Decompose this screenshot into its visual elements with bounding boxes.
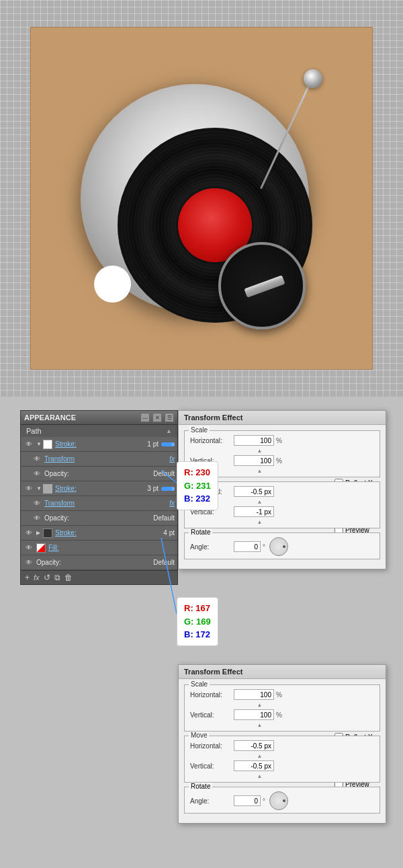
angle-label-2: Angle: xyxy=(190,797,234,805)
zoom-needle xyxy=(244,275,285,298)
angle-circle-1[interactable] xyxy=(269,537,288,556)
rotate-section-2: Rotate Angle: ° xyxy=(184,787,380,814)
transform-label-1: Transform xyxy=(44,455,167,463)
angle-unit-1: ° xyxy=(263,543,265,551)
clear-icon[interactable]: ↺ xyxy=(44,573,50,582)
move-v-input-1[interactable] xyxy=(234,506,274,517)
appearance-title: APPEARANCE xyxy=(24,413,76,422)
tonearm-pivot xyxy=(304,69,322,88)
eye-icon-3[interactable]: 👁 xyxy=(32,469,42,479)
stroke-slider-1[interactable] xyxy=(161,442,175,446)
transform-dialog-2: Transform Effect OK Cancel copies Reflec… xyxy=(178,664,386,824)
path-label: Path xyxy=(26,427,42,435)
triangle-3: ▶ xyxy=(36,530,43,536)
fill-swatch[interactable] xyxy=(36,543,46,553)
add-fx-icon[interactable]: fx xyxy=(34,574,40,582)
stroke-label-2: Stroke: xyxy=(55,485,144,492)
artwork-container xyxy=(30,27,373,370)
triangle-2: ▼ xyxy=(36,485,43,491)
scale-h-row-2: Horizontal: % xyxy=(190,689,329,700)
stroke-value-2: 3 pt xyxy=(147,485,159,492)
eye-icon-4[interactable]: 👁 xyxy=(24,483,34,494)
opacity-label-3: Opacity: xyxy=(36,559,150,566)
angle-row-1: Angle: ° xyxy=(190,537,374,556)
scale-v-input-2[interactable] xyxy=(234,709,274,720)
appearance-path-header: Path ▲ xyxy=(21,425,177,437)
canvas-area xyxy=(0,0,403,397)
eye-icon-5[interactable]: 👁 xyxy=(32,498,42,509)
angle-dot-1 xyxy=(283,545,285,548)
scale-link-icon-3: ▲ xyxy=(190,702,374,708)
color-bubble-1: R: 230 G: 231 B: 232 xyxy=(177,461,218,510)
scale-v-input-1[interactable] xyxy=(234,455,274,466)
fill-row: 👁 Fill: xyxy=(21,541,177,555)
scale-v-label-2: Vertical: xyxy=(190,711,234,719)
menu-button[interactable]: ☰ xyxy=(165,413,174,422)
stroke-label-1: Stroke: xyxy=(55,440,144,448)
stroke-link-3[interactable]: Stroke: xyxy=(55,529,77,537)
stroke-row-3: 👁 ▶ Stroke: 4 pt xyxy=(21,526,177,541)
move-link-3: ▲ xyxy=(190,753,374,759)
transform-dialog-body-2: OK Cancel copies Reflect X xyxy=(179,679,386,823)
eye-icon-9[interactable]: 👁 xyxy=(24,557,34,568)
eye-icon-6[interactable]: 👁 xyxy=(32,513,42,524)
fx-badge-1[interactable]: fx xyxy=(169,455,175,463)
close-button[interactable]: ✕ xyxy=(152,413,162,422)
color-g-2: G: 169 xyxy=(184,615,211,629)
angle-input-2[interactable] xyxy=(234,795,261,806)
scale-h-input-2[interactable] xyxy=(234,689,274,700)
fx-badge-2[interactable]: fx xyxy=(169,500,175,507)
fill-link[interactable]: Fill: xyxy=(48,544,59,551)
stroke-link-2[interactable]: Stroke: xyxy=(55,485,77,492)
scale-h-input-1[interactable] xyxy=(234,435,274,446)
opacity-value-1: Default xyxy=(153,470,175,477)
stroke-swatch-3[interactable] xyxy=(43,528,52,538)
color-r-1: R: 230 xyxy=(184,466,211,479)
eye-icon-2[interactable]: 👁 xyxy=(32,454,42,465)
opacity-row-3: 👁 Opacity: Default xyxy=(21,555,177,570)
move-h-row-2: Horizontal: xyxy=(190,740,329,751)
appearance-footer: + fx ↺ ⧉ 🗑 xyxy=(21,570,177,584)
stroke-value-3: 4 pt xyxy=(163,529,175,537)
appearance-scroll[interactable]: 👁 ▼ Stroke: 1 pt 👁 Transform xyxy=(21,437,177,570)
delete-icon[interactable]: 🗑 xyxy=(64,573,73,582)
angle-circle-2[interactable] xyxy=(269,791,288,810)
minimize-button[interactable]: — xyxy=(140,413,150,422)
transform-dialog-title-2: Transform Effect xyxy=(179,665,386,679)
rotate-section-1: Rotate Angle: ° xyxy=(184,532,380,559)
scale-label-2: Scale xyxy=(189,680,210,688)
eye-icon-1[interactable]: 👁 xyxy=(24,439,34,450)
stroke-swatch-1[interactable] xyxy=(43,440,52,449)
rotate-label-1: Rotate xyxy=(189,528,212,536)
angle-dot-2 xyxy=(283,799,285,802)
scale-label-1: Scale xyxy=(189,426,210,434)
stroke-slider-2[interactable] xyxy=(161,487,175,491)
move-h-input-1[interactable] xyxy=(234,486,274,497)
scale-h-unit-1: % xyxy=(276,437,282,444)
transform-dialog-title-1: Transform Effect xyxy=(179,411,386,425)
scale-h-unit-2: % xyxy=(276,691,282,699)
eye-icon-7[interactable]: 👁 xyxy=(24,528,34,539)
move-v-input-2[interactable] xyxy=(234,760,274,771)
angle-row-2: Angle: ° xyxy=(190,791,374,810)
color-bubble-2: R: 167 G: 169 B: 172 xyxy=(177,597,218,646)
scale-h-label-2: Horizontal: xyxy=(190,691,234,699)
move-h-input-2[interactable] xyxy=(234,740,274,751)
stroke-swatch-2[interactable] xyxy=(43,484,52,494)
color-g-1: G: 231 xyxy=(184,479,211,493)
stroke-row-1: 👁 ▼ Stroke: 1 pt xyxy=(21,437,177,452)
angle-input-1[interactable] xyxy=(234,541,261,552)
transform-link-1[interactable]: Transform xyxy=(44,455,75,463)
move-v-label-2: Vertical: xyxy=(190,762,234,770)
transform-link-2[interactable]: Transform xyxy=(44,500,75,507)
transform-row-1: 👁 Transform fx xyxy=(21,452,177,467)
add-item-icon[interactable]: + xyxy=(25,573,30,582)
duplicate-icon[interactable]: ⧉ xyxy=(54,573,60,582)
scale-section-2: Scale Horizontal: % ▲ Vertical: % ▲ xyxy=(184,684,380,732)
titlebar-controls: — ✕ ☰ xyxy=(140,413,174,422)
appearance-titlebar: APPEARANCE — ✕ ☰ xyxy=(21,411,177,425)
eye-icon-8[interactable]: 👁 xyxy=(24,543,34,553)
stroke-link-1[interactable]: Stroke: xyxy=(55,440,77,448)
stroke-label-3: Stroke: xyxy=(55,529,161,537)
move-h-label-2: Horizontal: xyxy=(190,742,234,750)
